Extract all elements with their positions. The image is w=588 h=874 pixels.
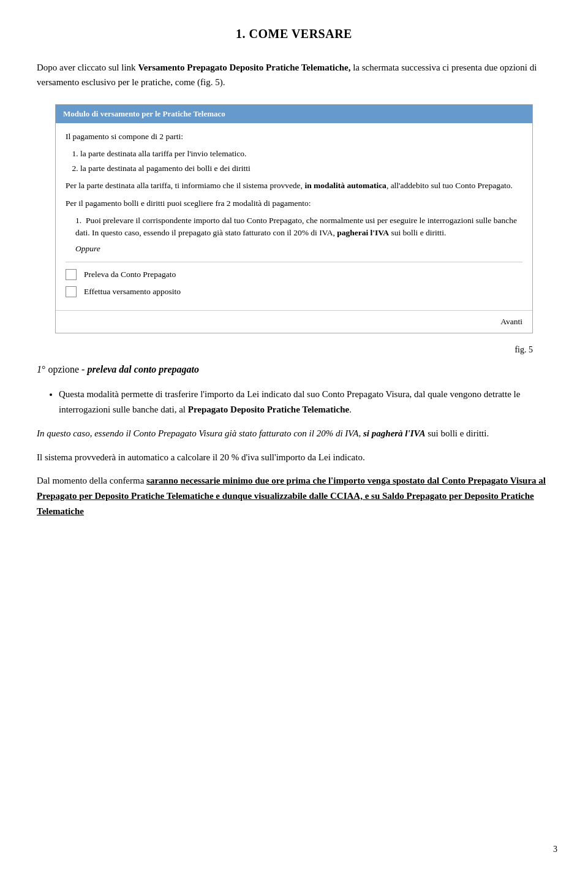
radio-box-2[interactable] bbox=[66, 286, 77, 297]
intro-paragraph: Dopo aver cliccato sul link Versamento P… bbox=[37, 60, 551, 89]
fig-label: fig. 5 bbox=[37, 343, 533, 356]
para1-after: . bbox=[349, 405, 352, 414]
option-ordinal: 1 bbox=[37, 364, 42, 374]
content-bullet-list: Questa modalità permette di trasferire l… bbox=[59, 387, 551, 417]
content-para4: Dal momento della conferma saranno neces… bbox=[37, 473, 551, 519]
figure-intro-text: Il pagamento si compone di 2 parti: bbox=[66, 131, 522, 143]
para1-bold: Prepagato Deposito Pratiche Telematiche bbox=[188, 405, 349, 414]
figure-list-item-2: la parte destinata al pagamento dei boll… bbox=[80, 162, 522, 175]
para2-after: sui bolli e diritti. bbox=[425, 428, 489, 438]
para2-italic-before: In questo caso, bbox=[37, 428, 94, 438]
figure-para1: Per la parte destinata alla tariffa, ti … bbox=[66, 180, 522, 192]
para2-bold-italic: si pagherà l'IVA bbox=[363, 428, 425, 438]
figure-footer: Avanti bbox=[56, 310, 532, 333]
figure-header: Modulo di versamento per le Pratiche Tel… bbox=[56, 105, 532, 123]
avanti-button[interactable]: Avanti bbox=[500, 316, 522, 328]
figure-divider bbox=[66, 262, 522, 262]
option-dash: - bbox=[79, 364, 87, 374]
figure-oppure: Oppure bbox=[75, 243, 522, 255]
figure-para1-after: , all'addebito sul tuo Conto Prepagato. bbox=[386, 181, 513, 190]
figure-list-item-1: la parte destinata alla tariffa per l'in… bbox=[80, 148, 522, 160]
figure-numbered-section: 1. Puoi prelevare il corrispondente impo… bbox=[75, 215, 522, 256]
figure-para2: Per il pagamento bolli e diritti puoi sc… bbox=[66, 197, 522, 210]
intro-bold-text: Versamento Prepagato Deposito Pratiche T… bbox=[138, 63, 350, 72]
option-heading: 1° opzione - preleva dal conto prepagato bbox=[37, 362, 551, 377]
figure-body: Il pagamento si compone di 2 parti: la p… bbox=[56, 123, 532, 311]
figure-list: la parte destinata alla tariffa per l'in… bbox=[80, 148, 522, 175]
radio-box-1[interactable] bbox=[66, 269, 77, 280]
figure-para1-bold: in modalità automatica bbox=[304, 181, 386, 190]
figure-numbered-item: 1. Puoi prelevare il corrispondente impo… bbox=[75, 215, 522, 240]
radio-option-1[interactable]: Preleva da Conto Prepagato bbox=[66, 268, 522, 281]
para4-before: Dal momento della conferma bbox=[37, 476, 146, 485]
option-label: opzione bbox=[48, 364, 79, 374]
para2-italic-main: essendo il Conto Prepagato Visura già st… bbox=[94, 428, 363, 438]
content-bullet-item-1: Questa modalità permette di trasferire l… bbox=[59, 387, 551, 417]
radio-option-2[interactable]: Effettua versamento apposito bbox=[66, 286, 522, 298]
figure-numbered-after: sui bolli e diritti. bbox=[389, 228, 446, 237]
radio-label-1: Preleva da Conto Prepagato bbox=[84, 268, 176, 281]
content-para3: Il sistema provvederà in automatico a ca… bbox=[37, 450, 551, 465]
figure-numbered-text: Puoi prelevare il corrispondente importo… bbox=[75, 216, 517, 237]
intro-text-before: Dopo aver cliccato sul link bbox=[37, 63, 138, 72]
radio-label-2: Effettua versamento apposito bbox=[84, 286, 181, 298]
page-title: 1. COME VERSARE bbox=[37, 25, 551, 43]
option-title: preleva dal conto prepagato bbox=[87, 364, 199, 374]
figure-para1-before: Per la parte destinata alla tariffa, ti … bbox=[66, 181, 304, 190]
figure-box: Modulo di versamento per le Pratiche Tel… bbox=[55, 104, 533, 333]
figure-numbered-bold: pagherai l'IVA bbox=[337, 228, 389, 237]
content-para2: In questo caso, essendo il Conto Prepaga… bbox=[37, 426, 551, 441]
